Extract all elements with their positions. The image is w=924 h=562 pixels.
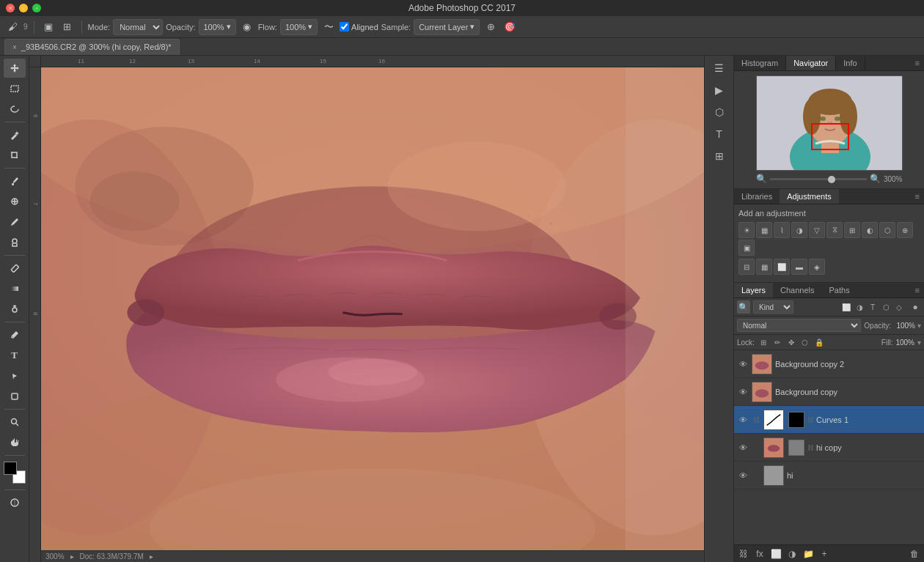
foreground-color[interactable] xyxy=(4,462,17,475)
adj-channel-mixer[interactable]: ⊕ xyxy=(897,222,913,238)
flow-control[interactable]: 100% ▾ xyxy=(280,19,318,35)
document-tab[interactable]: × _93B4506.CR2 @ 300% (hi copy, Red/8)* xyxy=(4,39,180,55)
layer-visibility-bg2[interactable]: 👁 xyxy=(737,358,749,370)
adj-selective-color[interactable]: ◈ xyxy=(809,259,825,275)
lock-all-icon[interactable]: 🔒 xyxy=(813,336,825,348)
zoom-slider-thumb[interactable] xyxy=(828,176,835,183)
adj-gradient-map[interactable]: ▬ xyxy=(791,259,807,275)
layer-row-curves[interactable]: 👁 ⛓ ⛓ Curves 1 xyxy=(734,406,924,434)
tool-quick-mask[interactable] xyxy=(4,493,26,512)
layer-row-bg2[interactable]: 👁 Background copy 2 xyxy=(734,350,924,378)
minimize-button[interactable]: − xyxy=(19,4,28,12)
zoom-out-icon[interactable]: 🔍 xyxy=(756,174,767,184)
zoom-in-icon[interactable]: 🔍 xyxy=(870,174,881,184)
tab-adjustments[interactable]: Adjustments xyxy=(780,189,839,204)
lock-artboard-icon[interactable]: ⬡ xyxy=(799,336,811,348)
maximize-button[interactable]: + xyxy=(32,4,41,12)
layer-style-btn[interactable]: fx xyxy=(753,547,766,561)
airbrush-icon[interactable]: ◉ xyxy=(239,19,255,35)
top-panel-menu[interactable]: ≡ xyxy=(911,56,924,70)
adj-curves[interactable]: ⌇ xyxy=(774,222,790,238)
tool-path-select[interactable] xyxy=(4,366,26,385)
layer-row-hi[interactable]: 👁 hi xyxy=(734,462,924,489)
smoothing-icon[interactable]: 〜 xyxy=(320,19,337,35)
adj-vibrance[interactable]: ▽ xyxy=(809,222,825,238)
tab-paths[interactable]: Paths xyxy=(822,283,857,297)
tool-pen[interactable] xyxy=(4,325,26,344)
tool-eraser[interactable] xyxy=(4,259,26,278)
tab-channels[interactable]: Channels xyxy=(773,283,821,297)
blend-mode-select[interactable]: Normal Multiply Screen Overlay Soft Ligh… xyxy=(737,319,861,332)
tool-preset-icon[interactable]: 🖌 xyxy=(4,19,21,35)
tool-magic-wand[interactable] xyxy=(4,125,26,144)
adj-color-balance[interactable]: ⊞ xyxy=(844,222,860,238)
lock-transparent-icon[interactable]: ⊞ xyxy=(758,336,769,348)
tool-lasso[interactable] xyxy=(4,100,26,119)
sample-all-layers-icon[interactable]: ⊕ xyxy=(483,19,499,35)
adj-panel-menu[interactable]: ≡ xyxy=(911,189,924,204)
adj-levels[interactable]: ▦ xyxy=(756,222,772,238)
adj-posterize[interactable]: ▦ xyxy=(756,259,772,275)
lock-position-icon[interactable]: ✥ xyxy=(785,336,797,348)
adj-photo-filter[interactable]: ⬡ xyxy=(879,222,895,238)
mini-btn-1[interactable]: ☰ xyxy=(708,59,730,78)
aligned-check[interactable]: Aligned xyxy=(340,22,378,32)
layers-menu[interactable]: ≡ xyxy=(911,283,924,297)
layer-visibility-hi[interactable]: 👁 xyxy=(737,470,749,481)
tab-histogram[interactable]: Histogram xyxy=(734,56,786,70)
kind-select[interactable]: Kind Name Effect Mode xyxy=(753,300,793,314)
filter-toggle[interactable]: 🔍 xyxy=(737,300,750,314)
tool-heal[interactable] xyxy=(4,192,26,211)
filter-type-icon[interactable]: T xyxy=(867,301,879,313)
filter-smart-icon[interactable]: ◇ xyxy=(893,301,905,313)
adj-brightness[interactable]: ☀ xyxy=(738,222,755,238)
tool-shape[interactable] xyxy=(4,387,26,406)
tool-eyedropper[interactable] xyxy=(4,171,26,191)
lock-paint-icon[interactable]: ✏ xyxy=(771,336,783,348)
adj-hue-sat[interactable]: ⧖ xyxy=(826,222,843,238)
opacity-arrow[interactable]: ▾ xyxy=(917,322,921,330)
close-button[interactable]: ✕ xyxy=(6,4,15,12)
layer-mask-btn[interactable]: ⬜ xyxy=(769,547,782,561)
tab-close[interactable]: × xyxy=(12,43,17,51)
tool-type[interactable]: T xyxy=(4,346,26,365)
layer-visibility-bgcopy[interactable]: 👁 xyxy=(737,386,749,398)
tab-info[interactable]: Info xyxy=(836,56,865,70)
brush-settings-icon[interactable]: ⊞ xyxy=(59,19,76,35)
tool-rect-select[interactable] xyxy=(4,79,26,98)
tool-dodge[interactable] xyxy=(4,300,26,319)
current-brush-icon[interactable]: ▣ xyxy=(40,19,56,35)
tool-hand[interactable] xyxy=(4,433,26,452)
color-swatches[interactable] xyxy=(4,462,26,484)
tab-navigator[interactable]: Navigator xyxy=(786,56,836,70)
layer-row-hicopy[interactable]: 👁 ⛓ hi copy xyxy=(734,434,924,462)
new-fill-adj-btn[interactable]: ◑ xyxy=(785,547,799,561)
layer-visibility-curves[interactable]: 👁 xyxy=(737,414,749,426)
filter-pixel-icon[interactable]: ⬜ xyxy=(840,301,852,313)
tool-brush[interactable] xyxy=(4,212,26,232)
adj-black-white[interactable]: ◐ xyxy=(862,222,878,238)
mini-btn-3[interactable]: ⬡ xyxy=(708,103,730,122)
delete-layer-btn[interactable]: 🗑 xyxy=(908,547,921,561)
filter-active-toggle[interactable]: ● xyxy=(909,301,921,313)
mini-btn-4[interactable]: T xyxy=(708,125,730,144)
fill-arrow[interactable]: ▾ xyxy=(917,339,921,347)
mini-btn-2[interactable]: ▶ xyxy=(708,81,730,100)
mini-btn-5[interactable]: ⊞ xyxy=(708,147,730,166)
layer-row-bgcopy[interactable]: 👁 Background copy xyxy=(734,378,924,406)
layer-visibility-hicopy[interactable]: 👁 xyxy=(737,442,749,454)
filter-adj-icon[interactable]: ◑ xyxy=(854,301,865,313)
tool-move[interactable] xyxy=(4,59,26,78)
filter-shape-icon[interactable]: ⬡ xyxy=(880,301,892,313)
tool-crop[interactable] xyxy=(4,146,26,165)
tab-layers[interactable]: Layers xyxy=(734,283,773,297)
clone-source-icon[interactable]: 🎯 xyxy=(502,19,518,35)
tool-zoom[interactable] xyxy=(4,413,26,432)
zoom-slider[interactable] xyxy=(770,178,867,180)
adj-invert[interactable]: ⊟ xyxy=(738,259,755,275)
opacity-control[interactable]: 100% ▾ xyxy=(199,19,236,35)
tool-stamp[interactable] xyxy=(4,233,26,252)
tab-libraries[interactable]: Libraries xyxy=(734,189,780,204)
adj-color-lookup[interactable]: ▣ xyxy=(738,240,755,256)
tool-gradient[interactable] xyxy=(4,279,26,298)
